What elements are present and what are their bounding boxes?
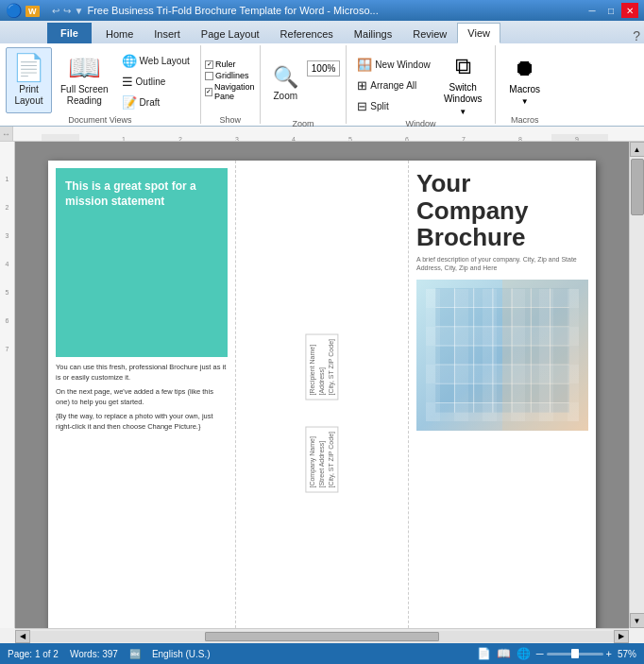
- navbar-checkbox[interactable]: [205, 88, 212, 96]
- svg-rect-20: [435, 288, 569, 412]
- tab-insert[interactable]: Insert: [144, 23, 191, 43]
- spell-check-icon[interactable]: 🔤: [129, 649, 141, 659]
- full-screen-reading-button[interactable]: 📖 Full ScreenReading: [54, 47, 115, 113]
- close-button[interactable]: ✕: [621, 3, 638, 18]
- zoom-in-button[interactable]: +: [606, 648, 612, 659]
- ribbon-group-macros: ⏺ Macros ▼ Macros: [496, 45, 554, 124]
- vertical-ruler: 1 2 3 4 5 6 7: [0, 142, 15, 628]
- zoom-percent-button[interactable]: 100%: [307, 60, 341, 77]
- zoom-icon: 🔍: [273, 67, 298, 88]
- show-button[interactable]: Ruler Gridlines Navigation Pane: [207, 47, 254, 113]
- switch-windows-button[interactable]: ⧉ SwitchWindows ▼: [437, 51, 489, 117]
- arrange-all-button[interactable]: ⊞ Arrange All: [352, 76, 434, 95]
- svg-rect-1: [79, 134, 551, 143]
- building-image: [416, 280, 588, 431]
- status-bar: Page: 1 of 2 Words: 397 🔤 English (U.S.)…: [0, 643, 644, 664]
- para1: You can use this fresh, professional Bro…: [56, 363, 228, 383]
- svg-rect-33: [502, 280, 588, 431]
- vertical-scrollbar[interactable]: ▲ ▼: [629, 142, 644, 628]
- draft-icon: 📝: [122, 95, 137, 110]
- tab-page-layout[interactable]: Page Layout: [191, 23, 270, 43]
- gridlines-checkbox[interactable]: [205, 72, 213, 80]
- svg-text:4: 4: [292, 136, 296, 143]
- web-layout-icon: 🌐: [122, 54, 137, 68]
- scroll-left-button[interactable]: ◀: [15, 630, 30, 643]
- body-text-block: You can use this fresh, professional Bro…: [56, 363, 228, 432]
- svg-text:2: 2: [178, 136, 182, 143]
- tab-view[interactable]: View: [457, 23, 500, 43]
- svg-text:5: 5: [348, 136, 352, 143]
- view-normal-icon[interactable]: 📄: [477, 647, 491, 660]
- switch-windows-icon: ⧉: [455, 53, 471, 79]
- svg-text:6: 6: [405, 136, 409, 143]
- main-content: ↔ 1 2 3 4 5 6 7: [0, 127, 644, 643]
- draft-button[interactable]: 📝 Draft: [117, 93, 195, 112]
- h-scroll-thumb[interactable]: [205, 632, 438, 641]
- company-subtitle: A brief description of your company. Cit…: [416, 255, 588, 272]
- document-page: This is a great spot for a mission state…: [48, 161, 596, 628]
- company-address: [Company Name] [Street Address] [City, S…: [305, 427, 338, 493]
- mission-heading: This is a great spot for a mission state…: [65, 179, 218, 209]
- print-layout-icon: 📄: [12, 55, 45, 81]
- show-label: Show: [220, 113, 242, 125]
- print-layout-button[interactable]: 📄 PrintLayout: [6, 47, 52, 113]
- recipient-address: [Recipient Name] [Address] [City, ST ZIP…: [305, 334, 338, 400]
- view-small-buttons: 🌐 Web Layout ☰ Outline 📝 Draft: [117, 47, 195, 112]
- title-bar: 🔵 W ↩ ↪ ▼ Free Business Tri-Fold Brochur…: [0, 0, 644, 21]
- ribbon-tabs: File Home Insert Page Layout References …: [0, 21, 644, 43]
- tab-review[interactable]: Review: [402, 23, 457, 43]
- zoom-button[interactable]: 🔍 Zoom: [266, 51, 305, 117]
- new-window-icon: 🪟: [357, 58, 372, 72]
- arrange-icon: ⊞: [357, 78, 367, 93]
- web-layout-button[interactable]: 🌐 Web Layout: [117, 51, 195, 71]
- status-left: Page: 1 of 2 Words: 397 🔤 English (U.S.): [8, 649, 211, 659]
- view-web-icon[interactable]: 🌐: [517, 647, 531, 660]
- outline-icon: ☰: [122, 75, 133, 89]
- tab-file[interactable]: File: [47, 23, 92, 43]
- scroll-thumb[interactable]: [631, 159, 644, 215]
- zoom-slider[interactable]: ─ +: [536, 648, 612, 659]
- tab-references[interactable]: References: [270, 23, 344, 43]
- status-right: 📄 📖 🌐 ─ + 57%: [477, 647, 636, 660]
- word-count: Words: 397: [70, 649, 118, 659]
- minimize-button[interactable]: ─: [584, 3, 601, 18]
- ribbon: 📄 PrintLayout 📖 Full ScreenReading 🌐 Web…: [0, 43, 644, 127]
- zoom-percent[interactable]: 57%: [618, 649, 636, 659]
- horizontal-scrollbar[interactable]: ◀ ▶: [15, 628, 629, 643]
- outline-button[interactable]: ☰ Outline: [117, 72, 195, 92]
- svg-text:3: 3: [235, 136, 239, 143]
- horizontal-ruler: ↔ 1 2 3 4 5 6 7: [0, 127, 644, 142]
- ribbon-group-show: Ruler Gridlines Navigation Pane Show: [201, 45, 261, 124]
- scroll-right-button[interactable]: ▶: [614, 630, 629, 643]
- tab-home[interactable]: Home: [95, 23, 144, 43]
- full-screen-icon: 📖: [68, 55, 101, 81]
- para2: On the next page, we've added a few tips…: [56, 387, 228, 407]
- svg-rect-19: [416, 280, 588, 431]
- teal-mission-box: This is a great spot for a mission state…: [56, 168, 228, 357]
- maximize-button[interactable]: □: [602, 3, 619, 18]
- brochure-col-mid: [Recipient Name] [Address] [City, ST ZIP…: [236, 161, 409, 628]
- company-title: Your Company Brochure: [416, 170, 588, 251]
- ribbon-group-zoom: 🔍 Zoom 100% Zoom: [261, 45, 347, 124]
- macros-icon: ⏺: [514, 55, 536, 81]
- svg-text:1: 1: [122, 136, 126, 143]
- ribbon-group-window: 🪟 New Window ⊞ Arrange All ⊟ Split ⧉ Swi…: [347, 45, 495, 124]
- ribbon-group-doc-views: 📄 PrintLayout 📖 Full ScreenReading 🌐 Web…: [0, 45, 201, 124]
- split-button[interactable]: ⊟ Split: [352, 96, 434, 116]
- macros-button[interactable]: ⏺ Macros ▼: [501, 47, 549, 113]
- brochure-col-right: Your Company Brochure A brief descriptio…: [409, 161, 596, 628]
- svg-text:7: 7: [462, 136, 466, 143]
- svg-text:8: 8: [518, 136, 522, 143]
- language: English (U.S.): [152, 649, 211, 659]
- zoom-out-button[interactable]: ─: [536, 648, 544, 659]
- view-reading-icon[interactable]: 📖: [497, 647, 511, 660]
- new-window-button[interactable]: 🪟 New Window: [352, 55, 434, 75]
- para3: {By the way, to replace a photo with you…: [56, 412, 228, 432]
- scroll-up-button[interactable]: ▲: [630, 142, 645, 157]
- doc-views-label: Document Views: [68, 113, 131, 125]
- tab-mailings[interactable]: Mailings: [344, 23, 402, 43]
- svg-text:9: 9: [575, 136, 579, 143]
- scroll-down-button[interactable]: ▼: [630, 613, 645, 628]
- word-icon: 🔵: [6, 3, 22, 18]
- ruler-checkbox[interactable]: [205, 60, 213, 69]
